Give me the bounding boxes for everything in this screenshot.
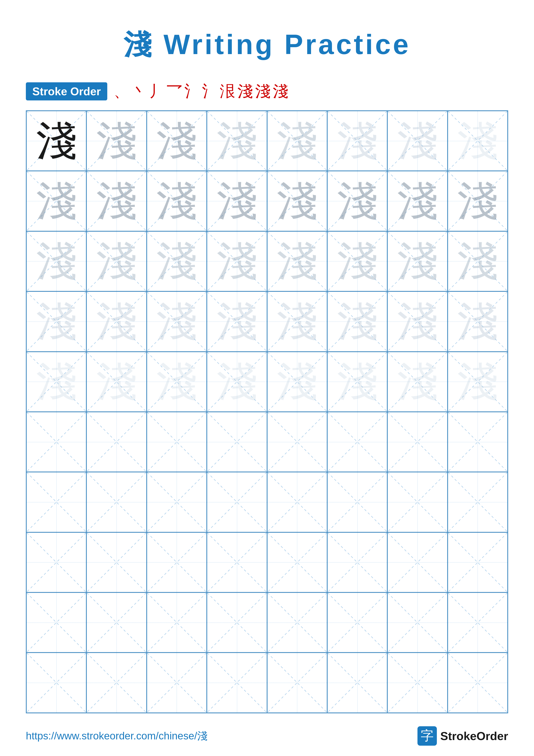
footer-logo: 字 StrokeOrder — [418, 726, 508, 746]
stroke-step-2: 丿 — [149, 81, 165, 102]
stroke-step-5: 氵 — [202, 81, 217, 102]
grid-cell — [207, 532, 267, 592]
practice-char: 淺 — [397, 301, 438, 342]
svg-line-87 — [207, 412, 267, 472]
svg-line-131 — [87, 593, 146, 652]
grid-cell — [447, 653, 508, 713]
grid-cell — [26, 472, 87, 532]
grid-cell: 淺 — [267, 111, 327, 171]
stroke-step-3: 乛 — [167, 81, 182, 102]
stroke-step-9: 淺 — [273, 81, 288, 102]
grid-row: 淺淺淺淺淺淺淺淺 — [26, 291, 508, 351]
practice-char: 淺 — [156, 361, 197, 402]
svg-line-127 — [448, 533, 507, 592]
grid-cell: 淺 — [387, 352, 447, 412]
svg-line-149 — [147, 653, 206, 712]
stroke-step-7: 淺 — [237, 81, 253, 102]
stroke-order-row: Stroke Order 、丶丿乛氵氵泿淺淺淺 — [26, 81, 508, 102]
svg-line-92 — [388, 412, 447, 472]
grid-cell — [26, 532, 87, 592]
practice-char: 淺 — [96, 361, 137, 402]
grid-cell: 淺 — [147, 111, 207, 171]
svg-line-106 — [328, 472, 387, 532]
grid-cell: 淺 — [147, 231, 207, 291]
svg-line-143 — [448, 593, 507, 652]
svg-line-125 — [388, 533, 447, 592]
grid-cell — [447, 412, 508, 472]
grid-cell: 淺 — [267, 171, 327, 231]
practice-char: 淺 — [96, 121, 137, 161]
svg-line-130 — [87, 593, 146, 652]
grid-cell — [447, 592, 508, 653]
grid-cell — [87, 412, 146, 472]
stroke-order-badge: Stroke Order — [26, 82, 107, 100]
svg-line-90 — [328, 412, 387, 472]
grid-cell: 淺 — [26, 171, 87, 231]
svg-line-151 — [207, 653, 267, 712]
grid-cell — [147, 412, 207, 472]
practice-char: 淺 — [277, 301, 318, 342]
grid-cell: 淺 — [207, 352, 267, 412]
practice-char: 淺 — [36, 361, 77, 402]
grid-cell — [267, 472, 327, 532]
footer-logo-icon: 字 — [418, 726, 437, 746]
grid-cell: 淺 — [26, 111, 87, 171]
svg-line-88 — [267, 412, 327, 472]
grid-cell: 淺 — [327, 231, 387, 291]
grid-cell — [327, 592, 387, 653]
grid-cell — [26, 653, 87, 713]
grid-cell — [87, 653, 146, 713]
svg-line-102 — [207, 472, 267, 532]
grid-cell: 淺 — [87, 111, 146, 171]
svg-line-117 — [147, 533, 206, 592]
grid-cell — [387, 653, 447, 713]
grid-cell — [267, 412, 327, 472]
stroke-step-1: 丶 — [131, 81, 147, 102]
svg-line-104 — [267, 472, 327, 532]
page: 淺 Writing Practice Stroke Order 、丶丿乛氵氵泿淺… — [0, 0, 534, 756]
svg-line-80 — [27, 412, 86, 472]
grid-cell — [387, 472, 447, 532]
grid-cell — [267, 532, 327, 592]
svg-line-101 — [147, 472, 206, 532]
svg-line-115 — [87, 533, 146, 592]
svg-line-120 — [267, 533, 327, 592]
svg-line-126 — [448, 533, 507, 592]
practice-char: 淺 — [36, 241, 77, 282]
grid-cell — [147, 653, 207, 713]
svg-line-85 — [147, 412, 206, 472]
practice-char: 淺 — [156, 121, 197, 161]
svg-line-155 — [328, 653, 387, 712]
grid-cell — [267, 592, 327, 653]
grid-cell: 淺 — [387, 291, 447, 351]
svg-line-91 — [328, 412, 387, 472]
practice-char: 淺 — [156, 241, 197, 282]
grid-cell: 淺 — [26, 352, 87, 412]
practice-char: 淺 — [216, 180, 257, 222]
svg-line-124 — [388, 533, 447, 592]
svg-line-96 — [27, 472, 86, 532]
grid-cell: 淺 — [327, 171, 387, 231]
svg-line-133 — [147, 593, 206, 652]
grid-cell: 淺 — [447, 291, 508, 351]
svg-line-94 — [448, 412, 507, 472]
practice-char: 淺 — [277, 361, 318, 402]
grid-cell — [447, 532, 508, 592]
grid-cell: 淺 — [87, 352, 146, 412]
svg-line-98 — [87, 472, 146, 532]
practice-char: 淺 — [457, 361, 498, 402]
grid-row: 淺淺淺淺淺淺淺淺 — [26, 111, 508, 171]
practice-char: 淺 — [216, 241, 257, 282]
grid-row — [26, 412, 508, 472]
svg-line-129 — [27, 593, 86, 652]
grid-row: 淺淺淺淺淺淺淺淺 — [26, 352, 508, 412]
svg-line-105 — [267, 472, 327, 532]
svg-line-136 — [267, 593, 327, 652]
grid-row — [26, 592, 508, 653]
grid-cell: 淺 — [207, 111, 267, 171]
practice-char: 淺 — [337, 241, 378, 282]
grid-row — [26, 472, 508, 532]
grid-cell: 淺 — [327, 291, 387, 351]
grid-cell — [327, 532, 387, 592]
practice-char: 淺 — [397, 241, 438, 282]
